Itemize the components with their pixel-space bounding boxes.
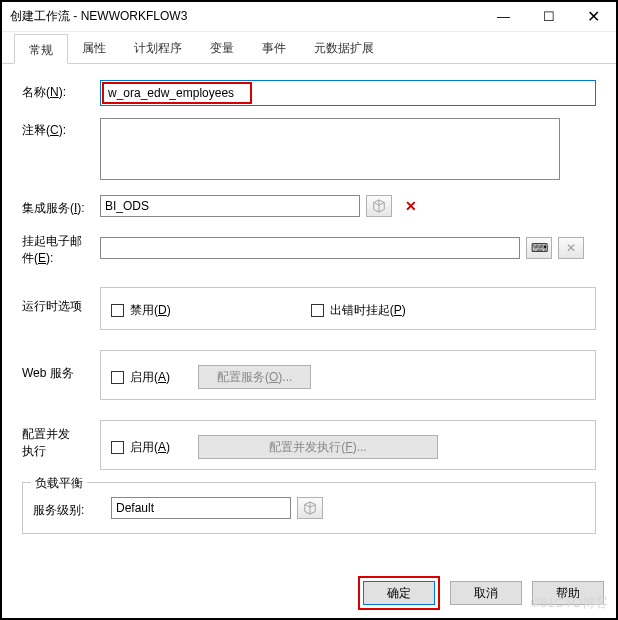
service-level-label: 服务级别: — [33, 498, 111, 519]
cancel-button[interactable]: 取消 — [450, 581, 522, 605]
web-service-enable-checkbox[interactable]: 启用(A) — [111, 369, 170, 386]
watermark: ©51CTO博客 — [531, 594, 608, 612]
maximize-button[interactable]: ☐ — [526, 3, 571, 31]
concurrent-enable-checkbox[interactable]: 启用(A) — [111, 439, 170, 456]
concurrent-label: 配置并发执行 — [22, 422, 100, 460]
cube-icon — [372, 199, 386, 213]
runtime-options-label: 运行时选项 — [22, 294, 100, 315]
keyboard-icon: ⌨ — [531, 241, 548, 255]
tab-scheduler[interactable]: 计划程序 — [120, 33, 196, 63]
browse-service-button[interactable] — [366, 195, 392, 217]
integration-service-input[interactable] — [100, 195, 360, 217]
disable-checkbox[interactable]: 禁用(D) — [111, 302, 171, 319]
tab-metadata-ext[interactable]: 元数据扩展 — [300, 33, 388, 63]
cube-icon — [303, 501, 317, 515]
browse-email-button[interactable]: ⌨ — [526, 237, 552, 259]
minimize-button[interactable]: — — [481, 3, 526, 31]
name-label: 名称(N): — [22, 80, 100, 101]
tab-variables[interactable]: 变量 — [196, 33, 248, 63]
suspend-email-input[interactable] — [100, 237, 520, 259]
tab-properties[interactable]: 属性 — [68, 33, 120, 63]
name-input[interactable] — [104, 84, 250, 102]
tab-events[interactable]: 事件 — [248, 33, 300, 63]
x-icon: ✕ — [566, 241, 576, 255]
ok-button[interactable]: 确定 — [363, 581, 435, 605]
integration-service-label: 集成服务(I): — [22, 196, 100, 217]
comment-label: 注释(C): — [22, 118, 100, 139]
remove-service-button[interactable]: ✕ — [398, 195, 424, 217]
tab-general[interactable]: 常规 — [14, 34, 68, 64]
configure-concurrent-button[interactable]: 配置并发执行(F)... — [198, 435, 438, 459]
load-balancing-fieldset: 负载平衡 服务级别: — [22, 482, 596, 534]
suspend-email-label: 挂起电子邮件(E): — [22, 229, 100, 267]
tab-strip: 常规 属性 计划程序 变量 事件 元数据扩展 — [2, 32, 616, 64]
titlebar: 创建工作流 - NEWWORKFLOW3 — ☐ ✕ — [2, 2, 616, 32]
dialog-content: 名称(N): 注释(C): 集成服务(I): ✕ 挂起电子邮 — [2, 64, 616, 550]
x-icon: ✕ — [405, 198, 417, 214]
clear-email-button[interactable]: ✕ — [558, 237, 584, 259]
load-balancing-legend: 负载平衡 — [31, 475, 87, 492]
service-level-input[interactable] — [111, 497, 291, 519]
comment-textarea[interactable] — [100, 118, 560, 180]
web-service-label: Web 服务 — [22, 361, 100, 382]
browse-service-level-button[interactable] — [297, 497, 323, 519]
close-button[interactable]: ✕ — [571, 3, 616, 31]
dialog-window: 创建工作流 - NEWWORKFLOW3 — ☐ ✕ 常规 属性 计划程序 变量… — [0, 0, 618, 620]
suspend-on-error-checkbox[interactable]: 出错时挂起(P) — [311, 302, 406, 319]
configure-service-button[interactable]: 配置服务(O)... — [198, 365, 311, 389]
window-title: 创建工作流 - NEWWORKFLOW3 — [10, 8, 481, 25]
